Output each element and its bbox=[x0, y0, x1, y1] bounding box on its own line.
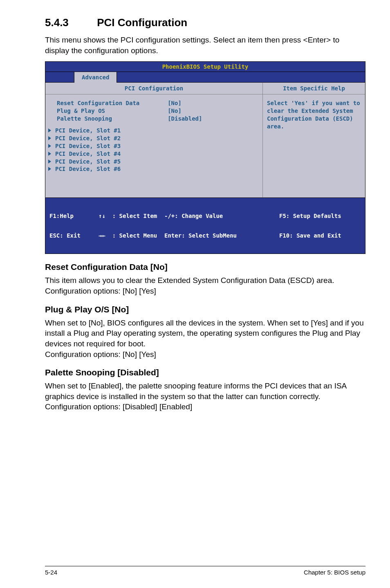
triangle-right-icon bbox=[48, 152, 51, 156]
subsection-heading: Palette Snooping [Disabled] bbox=[45, 368, 365, 377]
bios-tabbar: Advanced bbox=[45, 72, 365, 83]
bios-footer: F1:Help↑↓ : Select Item ESC: Exit→← : Se… bbox=[45, 198, 365, 254]
bios-config-row[interactable]: Plug & Play OS [No] bbox=[57, 107, 258, 115]
bios-left-pane: PCI Configuration Reset Configuration Da… bbox=[45, 83, 263, 197]
page-number: 5-24 bbox=[45, 569, 57, 576]
bios-slot-row[interactable]: PCI Device, Slot #5 bbox=[49, 158, 258, 166]
bios-config-value: [No] bbox=[168, 99, 258, 107]
intro-paragraph: This menu shows the PCI configuration se… bbox=[45, 35, 365, 56]
bios-slot-row[interactable]: PCI Device, Slot #1 bbox=[49, 127, 258, 135]
bios-help-text: Select 'Yes' if you want to clear the Ex… bbox=[263, 94, 365, 135]
bios-key-defaults: F5: Setup Defaults bbox=[279, 213, 361, 219]
bios-key-enter: Enter: Select SubMenu bbox=[164, 232, 279, 239]
bios-title: PhoenixBIOS Setup Utility bbox=[45, 62, 365, 72]
page-footer: 5-24 Chapter 5: BIOS setup bbox=[45, 566, 365, 576]
bios-key-sym: ↑↓ bbox=[99, 213, 105, 219]
bios-window: PhoenixBIOS Setup Utility Advanced PCI C… bbox=[45, 61, 365, 254]
bios-right-header: Item Specific Help bbox=[263, 83, 365, 94]
bios-key-help: F1:Help bbox=[49, 213, 99, 219]
bios-slot-label: PCI Device, Slot #6 bbox=[55, 165, 121, 173]
bios-config-label: Reset Configuration Data bbox=[57, 99, 168, 107]
bios-key-change: -/+: Change Value bbox=[164, 213, 279, 219]
bios-slot-row[interactable]: PCI Device, Slot #2 bbox=[49, 135, 258, 142]
bios-config-row[interactable]: Palette Snooping [Disabled] bbox=[57, 115, 258, 123]
triangle-right-icon bbox=[48, 136, 51, 140]
bios-help-pane: Item Specific Help Select 'Yes' if you w… bbox=[263, 83, 365, 197]
triangle-right-icon bbox=[48, 159, 51, 164]
subsection-heading: Plug & Play O/S [No] bbox=[45, 305, 365, 314]
subsection-text: This item allows you to clear the Extend… bbox=[45, 275, 365, 296]
bios-slot-row[interactable]: PCI Device, Slot #3 bbox=[49, 142, 258, 150]
triangle-right-icon bbox=[48, 167, 51, 171]
bios-config-value: [Disabled] bbox=[168, 115, 258, 123]
section-number: 5.4.3 bbox=[45, 16, 94, 29]
bios-config-label: Plug & Play OS bbox=[57, 107, 168, 115]
triangle-right-icon bbox=[48, 144, 51, 148]
bios-config-row[interactable]: Reset Configuration Data [No] bbox=[57, 99, 258, 107]
bios-key-save: F10: Save and Exit bbox=[279, 232, 361, 239]
bios-slot-label: PCI Device, Slot #4 bbox=[55, 150, 121, 158]
bios-slot-row[interactable]: PCI Device, Slot #6 bbox=[49, 165, 258, 173]
section-title-text: PCI Configuration bbox=[97, 16, 187, 29]
subsection-text: When set to [Enabled], the palette snoop… bbox=[45, 381, 365, 412]
chapter-label: Chapter 5: BIOS setup bbox=[304, 569, 365, 576]
bios-key-select-menu: : Select Menu bbox=[112, 232, 157, 239]
bios-config-value: [No] bbox=[168, 107, 258, 115]
bios-key-sym: →← bbox=[99, 232, 105, 239]
bios-slot-label: PCI Device, Slot #2 bbox=[55, 135, 121, 142]
bios-slot-label: PCI Device, Slot #5 bbox=[55, 158, 121, 166]
subsection-text: When set to [No], BIOS configures all th… bbox=[45, 318, 365, 360]
section-heading: 5.4.3 PCI Configuration bbox=[45, 16, 365, 29]
bios-config-label: Palette Snooping bbox=[57, 115, 168, 123]
bios-slot-label: PCI Device, Slot #1 bbox=[55, 127, 121, 135]
bios-key-exit: ESC: Exit bbox=[49, 232, 99, 239]
subsection-heading: Reset Configuration Data [No] bbox=[45, 262, 365, 272]
bios-slot-row[interactable]: PCI Device, Slot #4 bbox=[49, 150, 258, 158]
triangle-right-icon bbox=[48, 128, 51, 132]
bios-key-select-item: : Select Item bbox=[112, 213, 157, 219]
bios-tab-advanced[interactable]: Advanced bbox=[74, 72, 117, 83]
bios-left-header: PCI Configuration bbox=[45, 83, 262, 94]
bios-slot-label: PCI Device, Slot #3 bbox=[55, 142, 121, 150]
